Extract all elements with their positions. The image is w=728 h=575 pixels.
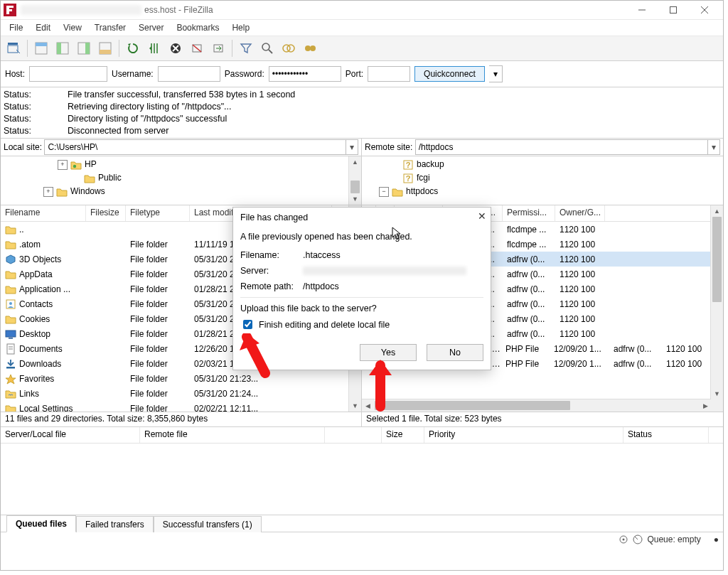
menu-server[interactable]: Server [133, 21, 169, 34]
3d-icon [5, 254, 16, 265]
dialog-close-button[interactable]: ✕ [478, 210, 486, 222]
remote-site-dropdown[interactable]: ▾ [708, 139, 720, 155]
dialog-yes-button[interactable]: Yes [360, 344, 417, 361]
svg-text:?: ? [406, 174, 411, 183]
local-site-dropdown[interactable]: ▾ [346, 139, 358, 155]
password-label: Password: [225, 69, 264, 79]
window-close-button[interactable] [689, 1, 720, 19]
remote-list-scrollbar[interactable]: ▲ ▼ [710, 205, 723, 412]
toggle-log-button[interactable] [31, 38, 51, 58]
column-header[interactable]: Filetype [126, 205, 190, 221]
tab-failed-transfers[interactable]: Failed transfers [76, 516, 154, 532]
column-header[interactable]: Remote file [140, 427, 325, 443]
tree-expander[interactable]: + [43, 187, 53, 197]
remote-status: Selected 1 file. Total size: 523 bytes [362, 412, 723, 426]
menu-view[interactable]: View [58, 21, 87, 34]
column-header[interactable]: Size [382, 427, 424, 443]
svg-line-47 [635, 537, 638, 539]
host-input[interactable] [29, 66, 107, 82]
dialog-remotepath: /httpdocs [303, 281, 339, 291]
dialog-message: A file previously opened has been change… [240, 232, 483, 242]
speedlimit-icon[interactable] [633, 534, 643, 544]
tree-node[interactable]: +HP [1, 158, 361, 171]
disconnect-button[interactable] [187, 38, 207, 58]
titlebar: ess.host - FileZilla [1, 1, 723, 20]
menu-bookmarks[interactable]: Bookmarks [171, 21, 225, 34]
column-header[interactable]: Priority [424, 427, 623, 443]
column-header[interactable]: Filesize [86, 205, 126, 221]
local-site-label: Local site: [4, 142, 42, 152]
app-window: ess.host - FileZilla File Edit View Tran… [0, 0, 724, 571]
message-log: Status:File transfer successful, transfe… [1, 87, 723, 139]
dialog-server-label: Server: [240, 266, 303, 276]
remote-tree[interactable]: ?backup?fcgi−httpdocs [362, 156, 723, 205]
queue-status: Queue: empty [647, 534, 700, 544]
menu-help[interactable]: Help [226, 21, 255, 34]
menu-file[interactable]: File [4, 21, 28, 34]
tab-successful-transfers[interactable]: Successful transfers (1) [154, 516, 262, 532]
port-input[interactable] [368, 66, 410, 82]
user-icon [70, 159, 82, 171]
svg-rect-34 [6, 331, 16, 337]
tree-expander[interactable]: + [58, 160, 68, 170]
log-row: Status:Disconnected from server [4, 125, 720, 137]
svg-rect-6 [8, 43, 18, 45]
toggle-queue-button[interactable] [95, 38, 115, 58]
svg-rect-8 [36, 43, 47, 46]
tree-node[interactable]: +Windows [1, 185, 361, 198]
list-item[interactable]: Local SettingsFile folder02/02/21 12:11.… [1, 401, 361, 412]
svg-rect-39 [6, 367, 15, 369]
queue-indicator-icon: ● [714, 534, 719, 544]
tree-node[interactable]: −httpdocs [362, 185, 723, 198]
cancel-button[interactable] [166, 38, 186, 58]
local-tree[interactable]: +HPPublic+Windows ▲ ▼ [1, 156, 362, 205]
column-header[interactable]: Filename [1, 205, 86, 221]
quickconnect-button[interactable]: Quickconnect [414, 66, 485, 82]
transfer-settings-icon[interactable] [619, 534, 628, 544]
menu-transfer[interactable]: Transfer [89, 21, 132, 34]
column-header[interactable]: Permissi... [503, 205, 555, 221]
column-header[interactable]: Owner/G... [555, 205, 605, 221]
toggle-local-tree-button[interactable] [53, 38, 73, 58]
dialog-finish-editing-checkbox[interactable] [243, 320, 252, 329]
menubar: File Edit View Transfer Server Bookmarks… [1, 20, 723, 36]
remote-list-hscrollbar[interactable]: ◀▶ [362, 399, 711, 412]
tab-queued-files[interactable]: Queued files [6, 515, 76, 532]
process-queue-button[interactable] [144, 38, 164, 58]
column-header[interactable] [325, 427, 382, 443]
dialog-no-button[interactable]: No [427, 344, 483, 361]
compare-button[interactable] [279, 38, 299, 58]
desktop-icon [5, 328, 16, 340]
list-item[interactable]: FavoritesFile folder05/31/20 21:23... [1, 371, 361, 386]
refresh-button[interactable] [123, 38, 143, 58]
reconnect-button[interactable] [208, 38, 228, 58]
list-item[interactable]: LinksFile folder05/31/20 21:24... [1, 386, 361, 401]
svg-point-21 [262, 43, 269, 50]
host-label: Host: [5, 69, 25, 79]
local-site-input[interactable] [44, 139, 346, 155]
titlebar-host-blur [21, 5, 141, 15]
toolbar [1, 36, 723, 61]
sync-browse-button[interactable] [300, 38, 320, 58]
q-icon: ? [402, 159, 414, 171]
svg-point-26 [310, 45, 316, 51]
remote-site-input[interactable] [415, 139, 708, 155]
filter-button[interactable] [236, 38, 256, 58]
username-input[interactable] [158, 66, 220, 82]
titlebar-suffix: ess.host - FileZilla [144, 5, 213, 15]
tree-node[interactable]: Public [1, 171, 361, 185]
window-minimize-button[interactable] [626, 1, 658, 19]
toggle-remote-tree-button[interactable] [74, 38, 94, 58]
quickconnect-dropdown[interactable]: ▾ [489, 65, 503, 82]
window-maximize-button[interactable] [658, 1, 689, 19]
menu-edit[interactable]: Edit [30, 21, 56, 34]
password-input[interactable] [269, 66, 341, 82]
local-tree-scrollbar[interactable]: ▲ ▼ [348, 156, 361, 205]
search-button[interactable] [257, 38, 277, 58]
tree-expander[interactable]: − [379, 187, 389, 197]
tree-node[interactable]: ?fcgi [362, 171, 723, 185]
column-header[interactable]: Server/Local file [1, 427, 140, 443]
column-header[interactable]: Status [623, 427, 709, 443]
site-manager-button[interactable] [4, 38, 23, 58]
tree-node[interactable]: ?backup [362, 158, 723, 171]
